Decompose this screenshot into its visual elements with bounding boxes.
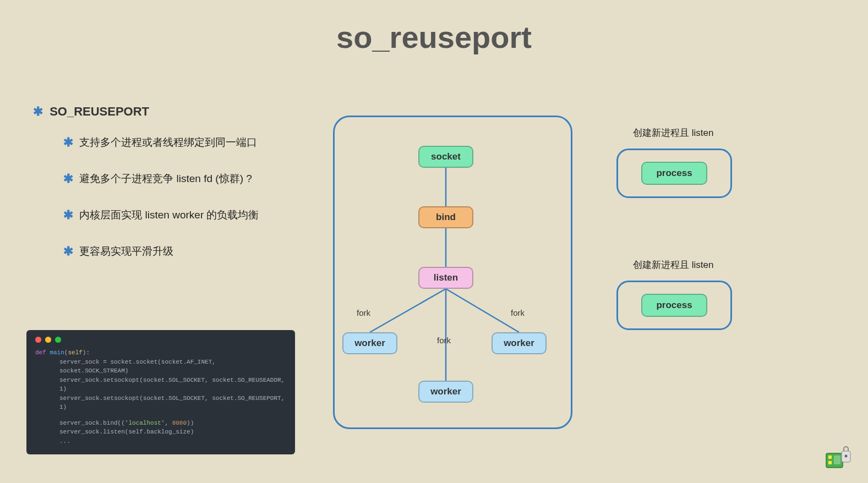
svg-rect-6: [828, 455, 832, 459]
node-worker: worker: [418, 381, 473, 403]
node-bind: bind: [418, 206, 473, 228]
code-line: server_sock.setsockopt(socket.SOL_SOCKET…: [35, 376, 286, 394]
fork-label: fork: [511, 308, 525, 317]
asterisk-icon: ✱: [33, 105, 43, 119]
left-column: ✱ SO_REUSEPORT ✱ 支持多个进程或者线程绑定到同一端口 ✱ 避免多…: [33, 105, 319, 281]
node-socket: socket: [418, 146, 473, 168]
code-bind-pre: server_sock.bind((: [59, 420, 125, 426]
node-process: process: [641, 294, 707, 317]
process-box: process: [616, 149, 732, 198]
bullet-text: 支持多个进程或者线程绑定到同一端口: [79, 136, 257, 148]
code-line: server_sock = socket.socket(socket.AF_IN…: [35, 358, 286, 376]
bullet-item: ✱ 更容易实现平滑升级: [63, 244, 319, 259]
code-line: server_sock.setsockopt(socket.SOL_SOCKET…: [35, 394, 286, 412]
keyword-def: def: [35, 349, 46, 356]
node-worker: worker: [492, 332, 547, 354]
bullet-text: 更容易实现平滑升级: [79, 245, 173, 257]
svg-rect-8: [834, 455, 840, 464]
svg-rect-7: [828, 461, 832, 464]
code-line: server_sock.bind(('localhost', 8080)): [35, 419, 286, 428]
bullet-item: ✱ 内核层面实现 listen worker 的负载均衡: [63, 208, 319, 222]
maximize-icon: [55, 337, 61, 343]
right-label-1: 创建新进程且 listen: [633, 127, 713, 139]
asterisk-icon: ✱: [63, 244, 73, 259]
bullet-text: 避免多个子进程竞争 listen fd (惊群) ?: [79, 173, 252, 184]
code-bind-post: )): [187, 420, 194, 426]
page-title: so_reuseport: [0, 0, 868, 55]
asterisk-icon: ✱: [63, 135, 73, 150]
process-box: process: [616, 281, 732, 330]
code-self: self: [68, 349, 82, 356]
bullet-item: ✱ 支持多个进程或者线程绑定到同一端口: [63, 135, 319, 150]
bullet-text: 内核层面实现 listen worker 的负载均衡: [79, 209, 259, 221]
node-process: process: [641, 162, 707, 185]
node-worker: worker: [342, 332, 397, 354]
right-label-2: 创建新进程且 listen: [633, 259, 713, 271]
code-line: def main(self):: [35, 348, 286, 358]
code-line: server_sock.listen(self.backlog_size): [35, 427, 286, 437]
node-listen: listen: [418, 267, 473, 289]
asterisk-icon: ✱: [63, 172, 73, 186]
asterisk-icon: ✱: [63, 208, 73, 222]
heading-text: SO_REUSEPORT: [50, 105, 149, 118]
code-snippet: def main(self): server_sock = socket.soc…: [26, 330, 295, 454]
fork-label: fork: [437, 336, 451, 345]
window-controls: [35, 337, 286, 343]
network-card-lock-icon: [824, 446, 851, 473]
code-num: 8080: [172, 420, 187, 426]
section-heading: ✱ SO_REUSEPORT: [33, 105, 319, 119]
code-line: ...: [35, 437, 286, 446]
code-str: 'localhost': [125, 420, 165, 426]
close-icon: [35, 337, 41, 343]
svg-point-10: [845, 455, 848, 458]
func-name: main: [50, 349, 64, 356]
fork-label: fork: [357, 308, 370, 317]
bullet-item: ✱ 避免多个子进程竞争 listen fd (惊群) ?: [63, 172, 319, 186]
minimize-icon: [45, 337, 51, 343]
